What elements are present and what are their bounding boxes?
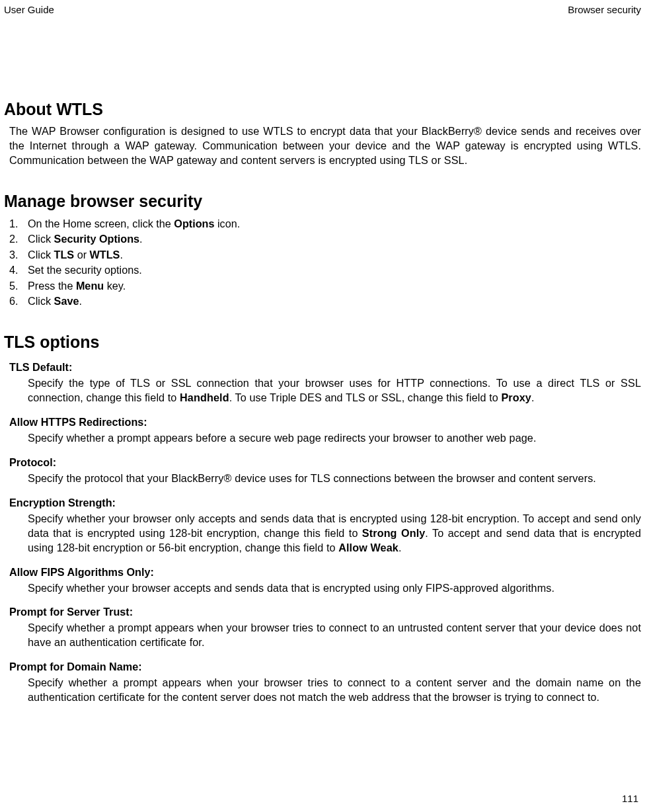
definition-description: Specify whether a prompt appears when yo… xyxy=(28,621,641,650)
section-about-wtls: About WTLS The WAP Browser configuration… xyxy=(4,100,641,168)
section-tls-options: TLS options TLS Default: Specify the typ… xyxy=(4,333,641,704)
header-right: Browser security xyxy=(568,4,641,15)
step-text: Set the security options. xyxy=(28,263,142,278)
step-item: 5. Press the Menu key. xyxy=(9,278,641,294)
page-number: 111 xyxy=(622,793,638,804)
definition-term: Allow HTTPS Redirections: xyxy=(9,416,641,428)
step-number: 2. xyxy=(9,231,28,247)
section-manage-browser-security: Manage browser security 1. On the Home s… xyxy=(4,192,641,309)
definition-prompt-domain-name: Prompt for Domain Name: Specify whether … xyxy=(9,661,641,705)
steps-list: 1. On the Home screen, click the Options… xyxy=(4,216,641,309)
definition-allow-fips: Allow FIPS Algorithms Only: Specify whet… xyxy=(9,566,641,596)
heading-manage-browser-security: Manage browser security xyxy=(4,192,641,211)
step-number: 3. xyxy=(9,247,28,263)
definition-term: Prompt for Domain Name: xyxy=(9,661,641,673)
definition-allow-https-redirections: Allow HTTPS Redirections: Specify whethe… xyxy=(9,416,641,446)
header-left: User Guide xyxy=(4,4,54,15)
step-text: Click Security Options. xyxy=(28,231,143,247)
heading-about-wtls: About WTLS xyxy=(4,100,641,119)
definition-description: Specify whether a prompt appears before … xyxy=(28,431,641,446)
step-text: Click Save. xyxy=(28,294,82,309)
step-text: Press the Menu key. xyxy=(28,278,126,294)
definition-term: TLS Default: xyxy=(9,361,641,374)
step-item: 6. Click Save. xyxy=(9,294,641,309)
definition-term: Protocol: xyxy=(9,456,641,469)
step-item: 1. On the Home screen, click the Options… xyxy=(9,216,641,231)
step-number: 1. xyxy=(9,216,28,231)
step-item: 2. Click Security Options. xyxy=(9,231,641,247)
definition-description: Specify the type of TLS or SSL connectio… xyxy=(28,376,641,405)
heading-tls-options: TLS options xyxy=(4,333,641,352)
step-item: 4. Set the security options. xyxy=(9,263,641,278)
step-item: 3. Click TLS or WTLS. xyxy=(9,247,641,263)
step-text: Click TLS or WTLS. xyxy=(28,247,123,263)
definition-encryption-strength: Encryption Strength: Specify whether you… xyxy=(9,497,641,555)
definition-tls-default: TLS Default: Specify the type of TLS or … xyxy=(9,361,641,405)
definition-term: Allow FIPS Algorithms Only: xyxy=(9,566,641,579)
definition-description: Specify whether your browser accepts and… xyxy=(28,581,641,596)
step-number: 5. xyxy=(9,278,28,294)
page: User Guide Browser security About WTLS T… xyxy=(0,0,645,812)
step-number: 6. xyxy=(9,294,28,309)
definition-term: Prompt for Server Trust: xyxy=(9,606,641,618)
definition-term: Encryption Strength: xyxy=(9,497,641,509)
definition-protocol: Protocol: Specify the protocol that your… xyxy=(9,456,641,486)
definition-description: Specify whether your browser only accept… xyxy=(28,512,641,555)
definition-prompt-server-trust: Prompt for Server Trust: Specify whether… xyxy=(9,606,641,650)
paragraph-about-wtls: The WAP Browser configuration is designe… xyxy=(4,124,641,168)
definition-description: Specify whether a prompt appears when yo… xyxy=(28,676,641,705)
page-header: User Guide Browser security xyxy=(4,4,641,20)
definitions-list: TLS Default: Specify the type of TLS or … xyxy=(4,361,641,704)
definition-description: Specify the protocol that your BlackBerr… xyxy=(28,471,641,486)
step-text: On the Home screen, click the Options ic… xyxy=(28,216,240,231)
step-number: 4. xyxy=(9,263,28,278)
